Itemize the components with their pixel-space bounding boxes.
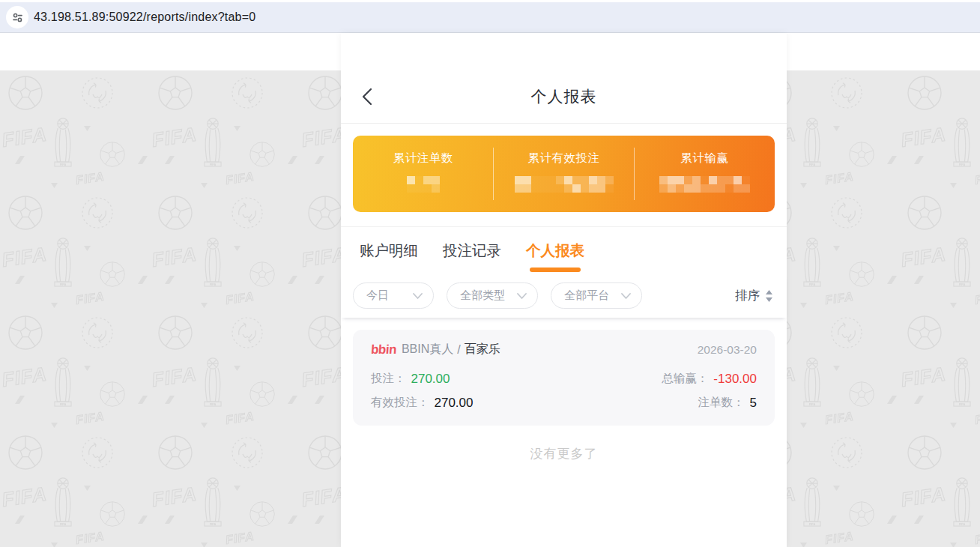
tab-label: 账户明细 (360, 241, 418, 261)
stat-total-valid-bets: 累计有效投注 (494, 136, 635, 212)
tune-icon (12, 12, 23, 23)
sort-arrows-icon (765, 289, 773, 303)
masked-stat-value (659, 176, 750, 193)
stat-label: 累计有效投注 (528, 151, 600, 166)
report-card[interactable]: bbin BBIN真人 / 百家乐 2026-03-20 投注： 270.00 … (353, 330, 775, 426)
active-tab-underline (530, 268, 581, 272)
winloss-label: 总输赢： (662, 371, 708, 387)
date-range-dropdown[interactable]: 今日 (353, 282, 434, 309)
divider (634, 148, 635, 200)
game-type-dropdown[interactable]: 全部类型 (447, 282, 538, 309)
dropdown-label: 全部平台 (564, 288, 609, 303)
dropdown-label: 今日 (366, 288, 389, 303)
app-header: 个人报表 (341, 70, 787, 124)
bet-count-value: 5 (750, 396, 757, 411)
winloss-value: -130.00 (713, 372, 757, 387)
chevron-down-icon (517, 293, 527, 299)
browser-address-bar: 43.198.51.89:50922/reports/index?tab=0 (0, 0, 980, 33)
chevron-down-icon (621, 293, 631, 299)
tab-label: 投注记录 (443, 241, 501, 261)
site-controls-button[interactable] (6, 6, 28, 28)
tab-account-details[interactable]: 账户明细 (360, 227, 418, 274)
tab-betting-records[interactable]: 投注记录 (443, 227, 501, 274)
valid-bet-value: 270.00 (435, 396, 474, 411)
masked-stat-value (407, 176, 440, 193)
masked-stat-value (515, 176, 614, 193)
dropdown-label: 全部类型 (460, 288, 505, 303)
provider-name: BBIN真人 (402, 342, 453, 357)
separator: / (457, 343, 460, 357)
back-button[interactable] (362, 70, 384, 123)
bet-count-label: 注单数： (698, 395, 745, 411)
app-content: 个人报表 累计注单数 累计有效投注 累计输赢 账户明细 投注记录 (341, 33, 787, 547)
stat-label: 累计注单数 (393, 151, 453, 166)
tabs-bar: 账户明细 投注记录 个人报表 (341, 226, 787, 274)
divider (493, 148, 494, 200)
platform-dropdown[interactable]: 全部平台 (551, 282, 642, 309)
chevron-down-icon (413, 293, 423, 299)
game-name: 百家乐 (465, 342, 500, 357)
bet-value: 270.00 (411, 372, 450, 387)
chevron-left-icon (362, 88, 372, 106)
stat-total-bets: 累计注单数 (353, 136, 494, 212)
sort-button[interactable]: 排序 (735, 288, 773, 304)
report-date: 2026-03-20 (698, 343, 757, 357)
page-title: 个人报表 (531, 86, 597, 107)
url-text[interactable]: 43.198.51.89:50922/reports/index?tab=0 (34, 10, 255, 24)
tab-personal-report[interactable]: 个人报表 (526, 227, 584, 274)
stat-label: 累计输赢 (680, 151, 728, 166)
stat-total-winloss: 累计输赢 (634, 136, 775, 212)
tab-label: 个人报表 (526, 241, 584, 261)
filter-bar: 今日 全部类型 全部平台 排序 (341, 274, 787, 318)
bet-label: 投注： (371, 371, 406, 387)
no-more-text: 没有更多了 (353, 445, 775, 462)
bbin-logo: bbin (370, 342, 396, 357)
summary-section: 累计注单数 累计有效投注 累计输赢 (341, 124, 787, 212)
summary-card: 累计注单数 累计有效投注 累计输赢 (353, 136, 775, 212)
report-list: bbin BBIN真人 / 百家乐 2026-03-20 投注： 270.00 … (341, 318, 787, 462)
valid-bet-label: 有效投注： (371, 395, 429, 411)
sort-label: 排序 (735, 288, 760, 304)
